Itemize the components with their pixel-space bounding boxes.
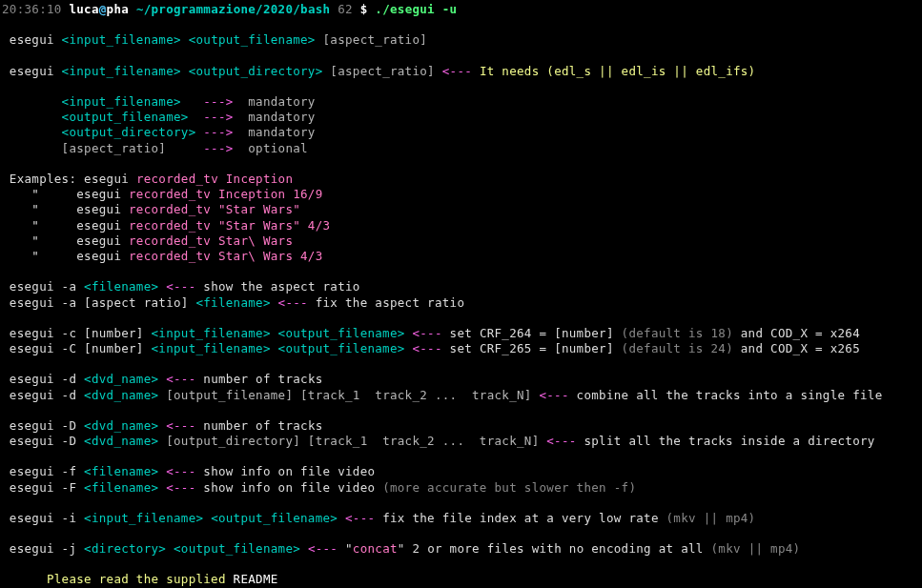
param-1: <input_filename> ---> mandatory [2,94,920,110]
example-2: " esegui recorded_tv Inception 16/9 [2,187,920,202]
opt-D-1: esegui -D <dvd_name> <--- number of trac… [2,418,920,434]
opt-c-1: esegui -c [number] <input_filename> <out… [2,326,920,341]
opt-d-2: esegui -d <dvd_name> [output_filename] [… [2,388,920,403]
opt-d-1: esegui -d <dvd_name> <--- number of trac… [2,372,920,387]
param-2: <output_filename> ---> mandatory [2,110,920,125]
prompt-time: 20:36:10 [2,2,62,16]
readme-line: Please read the supplied README [2,572,920,587]
prompt-tilde: ~ [136,2,144,16]
opt-i: esegui -i <input_filename> <output_filen… [2,511,920,526]
opt-j: esegui -j <directory> <output_filename> … [2,541,920,557]
prompt-command: ./esegui -u [375,2,457,16]
prompt-host: pha [107,2,129,16]
opt-f-1: esegui -f <filename> <--- show info on f… [2,464,920,479]
usage-line-2: esegui <input_filename> <output_director… [2,64,920,79]
prompt-path: /programmazione/2020/bash [144,2,331,16]
usage-line-1: esegui <input_filename> <output_filename… [2,32,920,48]
example-4: " esegui recorded_tv "Star Wars" 4/3 [2,218,920,233]
prompt-user: luca [69,2,98,16]
param-4: [aspect_ratio] ---> optional [2,141,920,156]
opt-c-2: esegui -C [number] <input_filename> <out… [2,341,920,356]
prompt-histnum: 62 [338,2,353,16]
opt-D-2: esegui -D <dvd_name> [output_directory] … [2,434,920,449]
prompt-line: 20:36:10 luca@pha ~/programmazione/2020/… [2,2,920,17]
example-1: Examples: esegui recorded_tv Inception [2,172,920,187]
prompt-at: @ [99,2,107,16]
example-5: " esegui recorded_tv Star\ Wars [2,233,920,249]
example-6: " esegui recorded_tv Star\ Wars 4/3 [2,249,920,264]
opt-a-1: esegui -a <filename> <--- show the aspec… [2,279,920,294]
opt-f-2: esegui -F <filename> <--- show info on f… [2,480,920,496]
opt-a-2: esegui -a [aspect ratio] <filename> <---… [2,295,920,311]
param-3: <output_directory> ---> mandatory [2,125,920,140]
example-3: " esegui recorded_tv "Star Wars" [2,202,920,217]
prompt-dollar: $ [360,2,368,16]
